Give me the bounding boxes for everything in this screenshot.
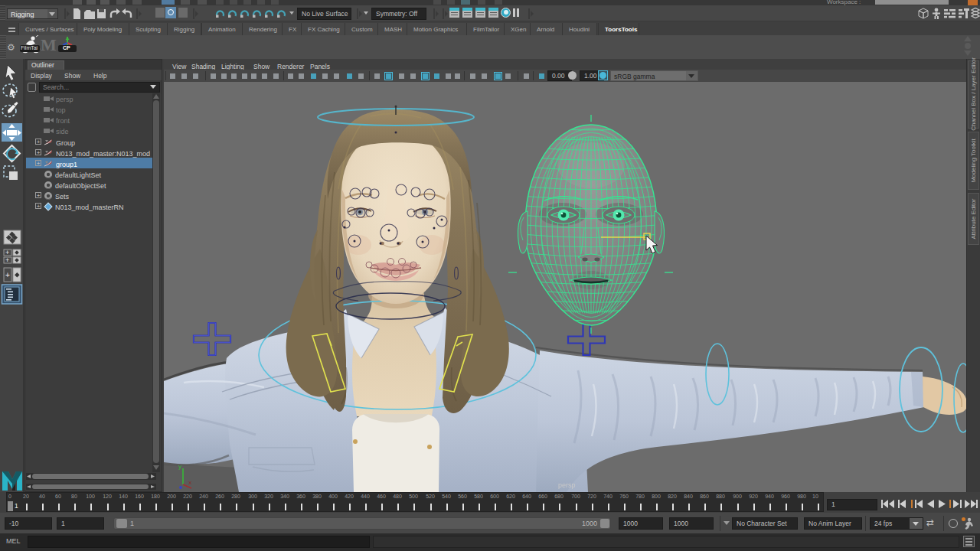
svg-text:+: + <box>5 249 9 256</box>
svg-text:x: x <box>188 479 191 486</box>
svg-text:+: + <box>5 256 9 264</box>
svg-text:persp: persp <box>558 481 576 489</box>
svg-text:y: y <box>178 463 181 470</box>
svg-text:+: + <box>5 271 10 279</box>
